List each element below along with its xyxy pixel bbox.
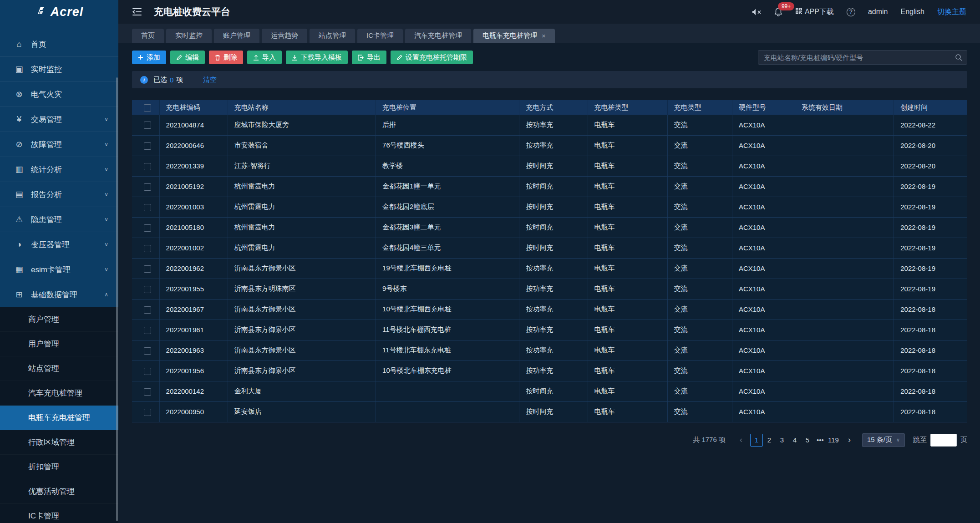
username[interactable]: admin [868,8,888,16]
row-checkbox[interactable] [144,409,151,416]
row-checkbox[interactable] [144,245,151,252]
table-row[interactable]: 2021004874 应城市保险大厦旁 后排 按功率充 电瓶车 交流 ACX10… [132,115,967,135]
row-checkbox[interactable] [144,204,151,211]
cell-valid-date [795,238,894,258]
sidebar-item[interactable]: ▣ 实时监控 [0,57,118,82]
table-row[interactable]: 2022001956 沂南县东方御景小区 10号楼北车棚东充电桩 按功率充 电瓶… [132,361,967,381]
app-download-button[interactable]: APP下载 [795,7,834,17]
sidebar-subitem[interactable]: 汽车充电桩管理 [0,381,118,406]
sidebar-subitem[interactable]: 行政区域管理 [0,430,118,455]
cell-pile-code: 2021005180 [159,217,228,238]
table-row[interactable]: 2022001955 沂南县东方明珠南区 9号楼东 按功率充 电瓶车 交流 AC… [132,279,967,299]
sidebar-subitem[interactable]: IC卡管理 [0,504,118,523]
sidebar-item[interactable]: ▦ esim卡管理 ∨ [0,257,118,282]
table-row[interactable]: 2022001339 江苏-智将行 教学楼 按时间充 电瓶车 交流 ACX10A… [132,156,967,176]
sidebar-item[interactable]: ⊞ 基础数据管理 ∧ [0,282,118,307]
table-row[interactable]: 2022001002 杭州雷霆电力 金都花园4幢三单元 按时间充 电瓶车 交流 … [132,238,967,258]
sidebar-item[interactable]: ▤ 报告分析 ∨ [0,182,118,207]
page-button[interactable]: ••• [814,434,827,447]
sidebar-item[interactable]: ⊗ 电气火灾 [0,82,118,107]
delete-button[interactable]: 删除 [209,51,243,64]
sidebar-item[interactable]: ◑ 变压器管理 ∨ [0,232,118,257]
tab-close-icon[interactable]: × [542,32,546,40]
table-row[interactable]: 2022001967 沂南县东方御景小区 10号楼北车棚西充电桩 按功率充 电瓶… [132,299,967,320]
sidebar-subitem[interactable]: 商户管理 [0,307,118,332]
selection-bar: i 已选 0 项 清空 [132,71,967,88]
tab[interactable]: 实时监控 [166,29,212,43]
row-checkbox[interactable] [144,368,151,375]
page-button[interactable]: 3 [776,434,788,447]
page-button[interactable]: 4 [788,434,801,447]
table-row[interactable]: 2022001961 沂南县东方御景小区 11号楼北车棚西充电桩 按功率充 电瓶… [132,320,967,340]
table-row[interactable]: 2022001962 沂南县东方御景小区 19号楼北车棚西充电桩 按功率充 电瓶… [132,258,967,279]
help-icon[interactable]: ? [847,8,855,16]
tab[interactable]: 电瓶车充电桩管理 × [473,29,555,43]
sidebar-item[interactable]: ▥ 统计分析 ∨ [0,157,118,182]
row-checkbox[interactable] [144,347,151,355]
tab-label: 汽车充电桩管理 [414,31,462,40]
select-all-checkbox[interactable] [144,104,151,112]
theme-switch-link[interactable]: 切换主题 [937,7,966,17]
next-page-icon[interactable]: › [844,435,855,445]
row-checkbox[interactable] [144,224,151,232]
sidebar-subitem[interactable]: 站点管理 [0,356,118,381]
row-checkbox[interactable] [144,306,151,314]
search-input[interactable] [758,50,967,65]
sidebar-item[interactable]: ¥ 交易管理 ∨ [0,107,118,132]
import-button[interactable]: 导入 [247,51,282,64]
table-row[interactable]: 2022001963 沂南县东方御景小区 11号楼北车棚东充电桩 按功率充 电瓶… [132,340,967,361]
menu-fold-icon[interactable] [132,8,142,16]
row-checkbox[interactable] [144,388,151,396]
set-hosting-period-button[interactable]: 设置充电桩托管期限 [391,51,473,64]
sidebar-scrollbar[interactable] [116,77,118,521]
page-size-select[interactable]: 15 条/页 ∨ [862,433,905,447]
data-table: 充电桩编码 充电站名称 充电桩位置 充电方式 充电桩类型 充电类型 [132,100,967,422]
sidebar-item[interactable]: ⚠ 隐患管理 ∨ [0,207,118,232]
page-button[interactable]: 2 [763,434,776,447]
row-checkbox[interactable] [144,163,151,170]
cell-charge-mode: 按功率充 [519,320,588,340]
tab[interactable]: 站点管理 [310,29,355,43]
tab[interactable]: 汽车充电桩管理 [405,29,471,43]
tab[interactable]: IC卡管理 [357,29,403,43]
row-checkbox[interactable] [144,122,151,129]
jump-page-input[interactable] [930,434,957,447]
notification-bell-icon[interactable]: 99+ [774,7,782,16]
table-row[interactable]: 2022000142 金利大厦 按时间充 电瓶车 交流 ACX10A 2022-… [132,381,967,401]
row-checkbox[interactable] [144,286,151,293]
table-row[interactable]: 2021005192 杭州雷霆电力 金都花园1幢一单元 按时间充 电瓶车 交流 … [132,176,967,197]
table-row[interactable]: 2021005180 杭州雷霆电力 金都花园3幢二单元 按时间充 电瓶车 交流 … [132,217,967,238]
export-button[interactable]: 导出 [352,51,386,64]
page-button[interactable]: 5 [801,434,814,447]
add-button[interactable]: 添加 [132,51,166,64]
language-switch[interactable]: English [901,8,924,16]
page-button[interactable]: 119 [827,434,840,447]
mute-icon[interactable] [752,8,762,16]
row-checkbox[interactable] [144,327,151,334]
tab[interactable]: 账户管理 [214,29,259,43]
cell-pile-location: 19号楼北车棚西充电桩 [376,258,519,279]
sidebar-item[interactable]: ⊘ 故障管理 ∨ [0,132,118,157]
prev-page-icon[interactable]: ‹ [736,435,746,445]
table-row[interactable]: 2022001003 杭州雷霆电力 金都花园2幢底层 按时间充 电瓶车 交流 A… [132,197,967,217]
table-row[interactable]: 2022000646 市安装宿舍 76号楼西楼头 按功率充 电瓶车 交流 ACX… [132,135,967,156]
page-button[interactable]: 1 [750,434,763,447]
search-icon[interactable] [955,54,962,63]
tab[interactable]: 运营趋势 [262,29,307,43]
app-root: Acrel ⌂ 首页 ▣ 实时监控 ⊗ 电气火灾 [0,0,980,523]
table-row[interactable]: 2022000950 延安饭店 按时间充 电瓶车 交流 ACX10A 2022-… [132,401,967,422]
download-template-button[interactable]: 下载导入模板 [286,51,348,64]
sidebar-subitem[interactable]: 折扣管理 [0,455,118,479]
clear-selection-link[interactable]: 清空 [203,76,217,84]
sidebar-subitem[interactable]: 优惠活动管理 [0,479,118,504]
tab[interactable]: 首页 [132,29,164,43]
row-checkbox[interactable] [144,183,151,191]
row-checkbox[interactable] [144,142,151,150]
row-checkbox[interactable] [144,265,151,273]
edit-button[interactable]: 编辑 [170,51,205,64]
sidebar-subitem[interactable]: 电瓶车充电桩管理 [0,406,118,430]
cell-pile-type: 电瓶车 [588,197,667,217]
table-header-row: 充电桩编码 充电站名称 充电桩位置 充电方式 充电桩类型 充电类型 [132,100,967,115]
sidebar-item[interactable]: ⌂ 首页 [0,32,118,57]
sidebar-subitem[interactable]: 用户管理 [0,332,118,356]
